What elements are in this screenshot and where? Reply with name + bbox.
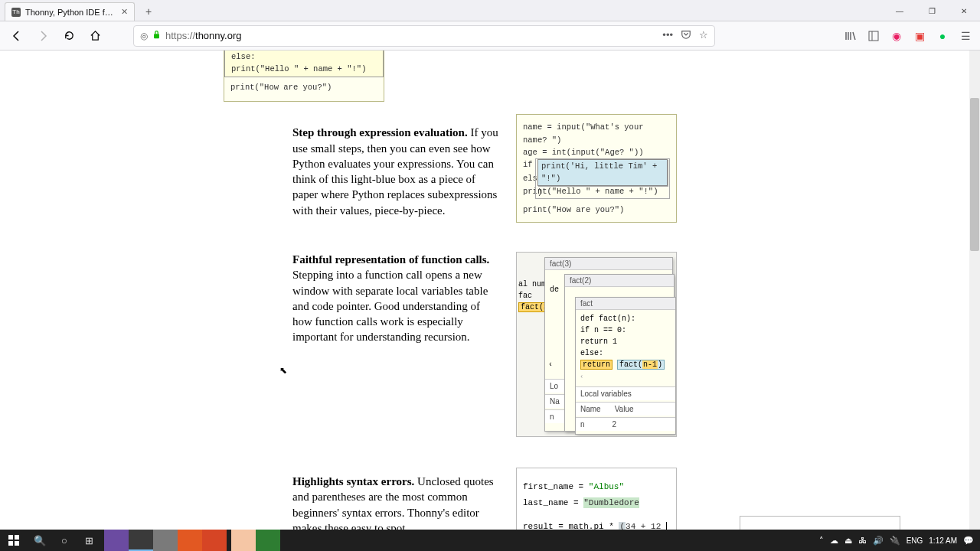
tray-onedrive-icon[interactable]: ☁: [830, 536, 838, 546]
tab-favicon: Th: [11, 8, 21, 17]
taskbar-app-7[interactable]: [256, 530, 280, 551]
new-tab-button[interactable]: +: [141, 2, 156, 21]
start-button[interactable]: [0, 530, 28, 551]
locals-header: Local variables: [576, 386, 675, 400]
taskbar-app-5[interactable]: [202, 530, 227, 551]
system-tray: ˄ ☁ ⏏ 🖧 🔊 🔌 ENG 1:12 AM 💬: [819, 536, 980, 546]
search-icon[interactable]: 🔍: [28, 530, 52, 551]
reload-button[interactable]: [58, 25, 80, 47]
bookmark-star-icon[interactable]: ☆: [699, 29, 708, 42]
url-bar[interactable]: ◎ https://thonny.org ••• ☆: [133, 25, 715, 47]
extension-icon-2[interactable]: ▣: [911, 28, 928, 44]
browser-nav-bar: ◎ https://thonny.org ••• ☆ ◉ ▣ ● ☰: [0, 21, 980, 51]
url-text: https://thonny.org: [165, 30, 242, 41]
page-viewport: else: print("Hello " + name + "!") print…: [0, 51, 980, 530]
home-button[interactable]: [84, 25, 106, 47]
screenshot-expression-eval: name = input("What's your name? ") age =…: [516, 114, 677, 223]
menu-button[interactable]: ☰: [957, 28, 974, 44]
page-scrollbar-track[interactable]: [969, 51, 980, 530]
minimize-button[interactable]: —: [884, 0, 916, 21]
back-button[interactable]: [6, 25, 28, 47]
lock-icon: [152, 30, 161, 41]
svg-rect-0: [154, 34, 159, 38]
cortana-icon[interactable]: ○: [52, 530, 77, 551]
extension-icon-3[interactable]: ●: [934, 28, 951, 44]
maximize-button[interactable]: ❐: [916, 0, 948, 21]
svg-rect-3: [8, 535, 13, 540]
feature-syntax-heading: Highlights syntax errors.: [292, 475, 414, 487]
tray-language[interactable]: ENG: [906, 536, 923, 545]
screenshot-expression-top: else: print("Hello " + name + "!") print…: [224, 51, 384, 102]
svg-rect-6: [15, 541, 19, 546]
browser-tab[interactable]: Th Thonny, Python IDE for beginne ✕: [5, 2, 135, 21]
tab-close-icon[interactable]: ✕: [121, 7, 128, 17]
svg-rect-1: [869, 31, 878, 41]
tray-chevron-icon[interactable]: ˄: [819, 536, 824, 546]
feature-expression-heading: Step through expression evaluation.: [292, 126, 468, 139]
call-window-title-3: fact: [576, 298, 675, 310]
library-icon[interactable]: [842, 28, 859, 44]
page-scrollbar-thumb[interactable]: [970, 98, 979, 251]
feature-expression-text: Step through expression evaluation. If y…: [292, 125, 501, 218]
eval-highlight-box: print('Hi, little Tim' + "!"): [537, 159, 668, 186]
feature-syntax-text: Highlights syntax errors. Unclosed quote…: [292, 474, 501, 530]
page-actions-icon[interactable]: •••: [662, 29, 673, 42]
pocket-icon[interactable]: [681, 29, 691, 42]
taskbar-app-4[interactable]: [178, 530, 202, 551]
window-controls: — ❐ ✕: [884, 0, 980, 21]
svg-rect-4: [15, 535, 19, 540]
tray-volume-icon[interactable]: 🔊: [873, 536, 884, 546]
close-window-button[interactable]: ✕: [948, 0, 980, 21]
tray-network-icon[interactable]: 🖧: [858, 536, 867, 545]
shield-icon: ◎: [140, 31, 148, 41]
screenshot-syntax-errors: first_name = "Albus" last_name = "Dumble…: [516, 468, 677, 530]
taskbar-app-6[interactable]: [231, 530, 256, 551]
toolbar-right: ◉ ▣ ● ☰: [842, 28, 974, 44]
tray-usb-icon[interactable]: ⏏: [844, 536, 852, 546]
taskbar-app-1[interactable]: [104, 530, 129, 551]
screenshot-function-calls: al numb fac fact(3 fact(3) de ‹ Lo Na n: [516, 252, 677, 437]
call-window-title-2: fact(2): [565, 275, 674, 287]
tray-notifications-icon[interactable]: 💬: [963, 536, 974, 546]
tray-clock[interactable]: 1:12 AM: [929, 536, 957, 545]
taskbar-app-2[interactable]: [129, 530, 153, 551]
feature-calls-text: Faithful representation of function call…: [292, 252, 501, 345]
taskbar-apps: [104, 530, 280, 551]
windows-taskbar: 🔍 ○ ⊞ ˄ ☁ ⏏ 🖧 🔊 🔌 ENG 1:12 AM 💬: [0, 530, 980, 551]
tab-title: Thonny, Python IDE for beginne: [25, 8, 116, 17]
svg-rect-5: [8, 541, 13, 546]
tray-power-icon[interactable]: 🔌: [890, 536, 900, 546]
taskbar-app-3[interactable]: [153, 530, 178, 551]
forward-button[interactable]: [32, 25, 54, 47]
browser-tab-bar: Th Thonny, Python IDE for beginne ✕ + — …: [0, 0, 980, 21]
sidebar-icon[interactable]: [865, 28, 882, 44]
screenshot-next-partial: [740, 516, 900, 530]
call-window-title-1: fact(3): [545, 258, 672, 270]
task-view-icon[interactable]: ⊞: [77, 530, 101, 551]
feature-calls-heading: Faithful representation of function call…: [292, 253, 489, 266]
extension-icon-1[interactable]: ◉: [888, 28, 905, 44]
